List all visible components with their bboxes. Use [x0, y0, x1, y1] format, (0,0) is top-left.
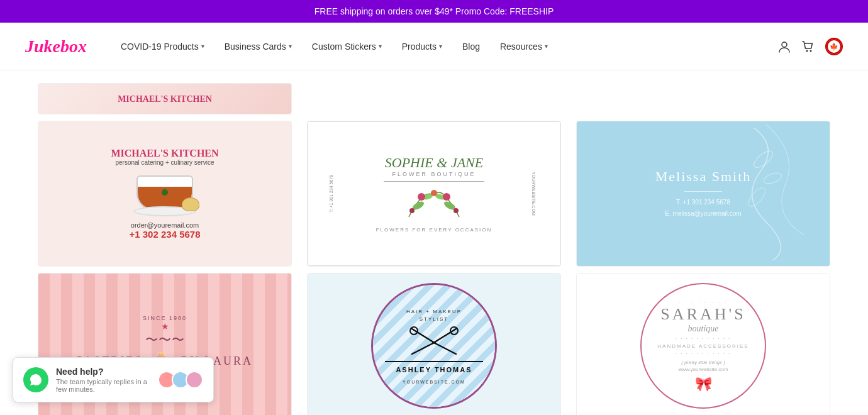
card2-side-right: YOURWEBSITE.COM — [532, 172, 537, 216]
chevron-down-icon: ▾ — [201, 43, 204, 50]
nav-links: COVID-19 Products ▾ Business Cards ▾ Cus… — [112, 36, 777, 57]
card6-name: SARAH'S — [660, 305, 745, 324]
card6-boutique: boutique — [688, 324, 719, 334]
card5-circle: HAIR + MAKEUPSTYLIST — [371, 283, 497, 409]
nav-icons: 🍁 — [777, 38, 843, 55]
card2-tagline: FLOWERS FOR EVERY OCCASION — [371, 227, 497, 233]
chevron-down-icon: ▾ — [379, 43, 382, 50]
chevron-down-icon: ▾ — [289, 43, 292, 50]
navbar: Jukebox COVID-19 Products ▾ Business Car… — [0, 23, 868, 70]
svg-line-19 — [433, 329, 456, 343]
card3-phone: T. +1 301 234 5678 — [655, 197, 752, 208]
card5-top-text: HAIR + MAKEUPSTYLIST — [406, 308, 462, 323]
chat-subtitle: The team typically replies in a few minu… — [56, 378, 150, 393]
svg-line-21 — [412, 342, 435, 354]
nav-item-resources[interactable]: Resources ▾ — [491, 36, 557, 57]
card4-star-icon: ★ — [77, 321, 253, 331]
promo-banner: FREE shipping on orders over $49* Promo … — [0, 0, 868, 23]
card4-swash: 〜〜〜 — [77, 331, 253, 348]
soup-illustration — [130, 169, 199, 216]
card5-website: YOURWEBSITE.COM — [403, 380, 465, 384]
chat-widget[interactable]: Need help? The team typically replies in… — [13, 357, 214, 402]
card3-email: E. melissa@youremail.com — [655, 208, 752, 219]
svg-point-9 — [418, 193, 425, 201]
card3-name: Melissa Smith — [655, 169, 752, 185]
card-sophie-jane[interactable]: T: +1 301 234 5678 SOPHIE & JANE FLOWER … — [307, 121, 561, 267]
cart-icon-button[interactable] — [801, 40, 815, 53]
card4-since: SINCE 1980 — [77, 315, 253, 321]
svg-line-17 — [412, 329, 435, 343]
card2-side-left: T: +1 301 234 5678 — [329, 175, 333, 213]
promo-text: FREE shipping on orders over $49* Promo … — [314, 6, 554, 16]
logo[interactable]: Jukebox — [25, 36, 87, 57]
nav-item-covid[interactable]: COVID-19 Products ▾ — [112, 36, 213, 57]
card-sarahs-boutique[interactable]: · · · · · · · · SARAH'S boutique · · · ·… — [576, 273, 830, 415]
svg-point-0 — [782, 42, 787, 47]
card2-floral-decoration — [371, 185, 497, 223]
card-michaels-kitchen[interactable]: MICHAEL'S KITCHEN personal catering + cu… — [38, 121, 292, 267]
partial-card-1[interactable]: MICHAEL'S KITCHEN — [38, 83, 292, 114]
svg-point-13 — [453, 208, 459, 213]
card1-tagline: personal catering + culinary service — [111, 159, 218, 166]
card2-business-name: SOPHIE & JANE — [371, 155, 497, 171]
svg-point-12 — [409, 208, 415, 213]
svg-point-2 — [810, 50, 812, 52]
chevron-down-icon: ▾ — [439, 43, 442, 50]
card1-business-name: MICHAEL'S KITCHEN — [111, 148, 218, 159]
card1-phone: +1 302 234 5678 — [129, 229, 200, 240]
card5-name: ASHLEY THOMAS — [396, 366, 472, 374]
card-melissa-smith[interactable]: Melissa Smith T. +1 301 234 5678 E. meli… — [576, 121, 830, 267]
nav-item-custom-stickers[interactable]: Custom Stickers ▾ — [303, 36, 391, 57]
svg-point-11 — [443, 193, 450, 201]
partial-card-title: MICHAEL'S KITCHEN — [118, 94, 212, 104]
chat-text: Need help? The team typically replies in… — [56, 367, 150, 393]
chat-avatars — [158, 371, 203, 389]
card1-email: order@youremail.com — [129, 221, 200, 229]
chat-icon — [23, 367, 48, 392]
chevron-down-icon: ▾ — [545, 43, 548, 50]
svg-point-14 — [751, 148, 775, 171]
nav-item-business-cards[interactable]: Business Cards ▾ — [216, 36, 301, 57]
svg-line-22 — [433, 342, 456, 354]
svg-point-15 — [762, 171, 783, 186]
card6-tagline: { pretty little things } — [681, 360, 725, 365]
card6-website: www.yourwebsite.com — [678, 367, 728, 372]
card2-category: FLOWER BOUTIQUE — [371, 171, 497, 177]
canada-flag-icon[interactable]: 🍁 — [825, 38, 843, 55]
bow-decoration: 🎀 — [695, 376, 712, 392]
svg-point-10 — [431, 190, 437, 196]
nav-item-products[interactable]: Products ▾ — [393, 36, 451, 57]
card6-category: HANDMADE ACCESSORIES — [657, 343, 748, 349]
nav-item-blog[interactable]: Blog — [453, 36, 489, 57]
user-icon-button[interactable] — [777, 40, 791, 53]
svg-text:🍁: 🍁 — [830, 42, 838, 51]
card6-circle: · · · · · · · · SARAH'S boutique · · · ·… — [640, 283, 766, 409]
svg-point-1 — [806, 50, 808, 52]
card-ashley-thomas[interactable]: HAIR + MAKEUPSTYLIST — [307, 273, 561, 415]
chat-avatar-3 — [186, 371, 203, 389]
chat-title: Need help? — [56, 367, 150, 377]
